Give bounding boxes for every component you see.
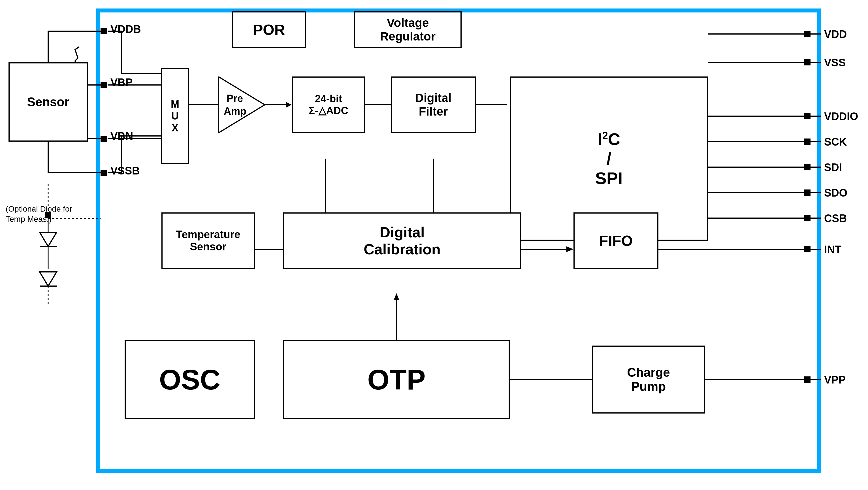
- fifo-block: FIFO: [574, 212, 658, 269]
- adc-label: 24-bitΣ-△ADC: [309, 93, 348, 117]
- pin-label-sdi: SDI: [824, 161, 842, 174]
- svg-marker-76: [218, 76, 265, 133]
- otp-block: OTP: [283, 340, 510, 419]
- svg-text:Pre: Pre: [226, 93, 243, 104]
- por-block: POR: [232, 11, 306, 48]
- pin-label-vddio: VDDIO: [824, 111, 858, 123]
- voltage-reg-label: VoltageRegulator: [380, 16, 436, 43]
- voltage-reg-block: VoltageRegulator: [354, 11, 462, 48]
- svg-marker-61: [40, 232, 57, 246]
- pin-label-vdd: VDD: [824, 28, 847, 40]
- svg-text:Amp: Amp: [224, 105, 246, 117]
- mux-label: MUX: [171, 98, 179, 134]
- mux-block: MUX: [161, 68, 189, 164]
- pin-label-vbn: VBN: [111, 130, 133, 143]
- pin-label-sdo: SDO: [824, 187, 847, 199]
- pin-label-csb: CSB: [824, 212, 847, 224]
- temp-sensor-label: TemperatureSensor: [176, 228, 240, 253]
- osc-label: OSC: [159, 363, 221, 396]
- svg-marker-65: [40, 272, 57, 286]
- sensor-label: Sensor: [27, 95, 69, 109]
- pin-label-vssb: VSSB: [111, 165, 140, 177]
- digital-cal-block: DigitalCalibration: [283, 212, 521, 269]
- charge-pump-label: ChargePump: [627, 365, 670, 394]
- pin-label-sck: SCK: [824, 136, 847, 148]
- otp-label: OTP: [367, 363, 426, 396]
- fifo-label: FIFO: [599, 232, 633, 249]
- pin-label-vss: VSS: [824, 57, 846, 69]
- digital-cal-label: DigitalCalibration: [364, 224, 441, 258]
- digital-filter-label: DigitalFilter: [415, 91, 452, 118]
- temp-sensor-block: TemperatureSensor: [161, 212, 255, 269]
- i2c-spi-label: I2C/SPI: [595, 129, 623, 188]
- pin-label-vbp: VBP: [111, 76, 132, 89]
- preamp-svg: Pre Amp: [218, 76, 265, 133]
- por-label: POR: [253, 21, 285, 38]
- pin-label-int: INT: [824, 244, 841, 256]
- osc-block: OSC: [125, 340, 255, 419]
- charge-pump-block: ChargePump: [592, 345, 705, 414]
- digital-filter-block: DigitalFilter: [391, 76, 476, 133]
- adc-block: 24-bitΣ-△ADC: [292, 76, 365, 133]
- pin-label-vpp: VPP: [824, 374, 846, 386]
- optional-diode-label: (Optional Diode forTemp Meas.): [6, 204, 72, 224]
- diagram-container: Sensor VDDB VBP VBN VSSB MUX Pre Amp 24-…: [0, 0, 868, 490]
- sensor-block: Sensor: [8, 62, 88, 142]
- pin-label-vddb: VDDB: [111, 23, 141, 35]
